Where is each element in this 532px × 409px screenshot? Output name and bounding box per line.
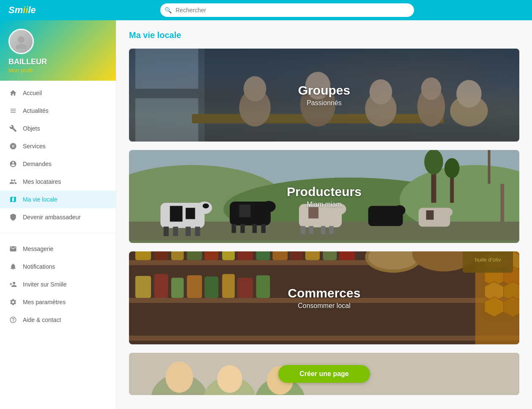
news-icon xyxy=(8,106,18,115)
shield-icon xyxy=(8,213,18,222)
card-content-producteurs: Producteurs Miam miam xyxy=(287,185,362,208)
sidebar-item-label: Accueil xyxy=(23,90,42,96)
sidebar-item-services[interactable]: Services xyxy=(0,137,116,155)
sidebar-item-aide[interactable]: Aide & contact xyxy=(0,311,116,329)
sidebar-item-demandes[interactable]: Demandes xyxy=(0,155,116,173)
card-content-groupes: Groupes Passionnés xyxy=(298,83,350,107)
sidebar-item-label: Demandes xyxy=(23,161,52,167)
profile-link[interactable]: Mon profil xyxy=(8,67,33,74)
avatar-image xyxy=(10,30,33,53)
card-groupes[interactable]: Groupes Passionnés xyxy=(129,49,519,142)
sidebar: BAILLEUR Mon profil Accueil Actualités xyxy=(0,20,116,409)
card-subtitle-commerces: Consommer local xyxy=(288,302,361,310)
create-card[interactable]: Créer une page xyxy=(129,353,519,395)
nav-section-main: Accueil Actualités Objets Services xyxy=(0,81,116,229)
layout: BAILLEUR Mon profil Accueil Actualités xyxy=(0,20,532,409)
question-icon xyxy=(8,315,18,324)
tool-icon xyxy=(8,142,18,151)
sidebar-item-objets[interactable]: Objets xyxy=(0,120,116,137)
sidebar-item-ma-vie-locale[interactable]: Ma vie locale xyxy=(0,191,116,208)
card-title-commerces: Commerces xyxy=(288,286,361,300)
card-title-groupes: Groupes xyxy=(298,83,350,98)
sidebar-item-parametres[interactable]: Mes paramètres xyxy=(0,293,116,311)
bell-icon xyxy=(8,262,18,271)
sidebar-item-label: Notifications xyxy=(23,263,55,270)
nav-divider xyxy=(0,233,116,233)
sidebar-item-label: Aide & contact xyxy=(23,316,61,323)
logo-text: Smiile xyxy=(8,5,36,16)
svg-point-106 xyxy=(165,361,193,393)
sidebar-item-label: Mes paramètres xyxy=(23,299,66,305)
sidebar-item-label: Mes locataires xyxy=(23,178,61,185)
map-icon xyxy=(8,195,18,204)
sidebar-item-actualites[interactable]: Actualités xyxy=(0,102,116,120)
card-subtitle-producteurs: Miam miam xyxy=(287,201,362,208)
card-subtitle-groupes: Passionnés xyxy=(298,99,350,107)
card-producteurs[interactable]: Producteurs Miam miam xyxy=(129,150,519,243)
people-icon xyxy=(8,159,18,169)
sidebar-item-devenir-ambassadeur[interactable]: Devenir ambassadeur xyxy=(0,208,116,226)
sidebar-item-accueil[interactable]: Accueil xyxy=(0,84,116,102)
sidebar-item-label: Devenir ambassadeur xyxy=(23,214,81,221)
topbar: Smiile 🔍 xyxy=(0,0,532,20)
svg-point-1 xyxy=(16,44,27,49)
card-content-commerces: Commerces Consommer local xyxy=(288,286,361,310)
search-icon: 🔍 xyxy=(165,7,172,14)
card-commerces[interactable]: huile d'oliv Commerces Consommer local xyxy=(129,251,519,344)
sidebar-item-mes-locataires[interactable]: Mes locataires xyxy=(0,173,116,191)
person-add-icon xyxy=(8,280,18,289)
avatar[interactable] xyxy=(8,29,34,54)
sidebar-item-label: Actualités xyxy=(23,107,49,114)
search-container: 🔍 xyxy=(160,3,414,17)
sidebar-item-label: Messagerie xyxy=(23,245,53,252)
sidebar-item-notifications[interactable]: Notifications xyxy=(0,258,116,275)
sidebar-item-label: Inviter sur Smiile xyxy=(23,281,66,288)
profile-name: BAILLEUR xyxy=(8,57,107,66)
mail-icon xyxy=(8,244,18,254)
sidebar-item-label: Services xyxy=(23,143,46,150)
sidebar-item-label: Ma vie locale xyxy=(23,196,58,203)
svg-point-0 xyxy=(18,36,25,43)
page-title: Ma vie locale xyxy=(129,30,519,40)
gear-icon xyxy=(8,297,18,307)
sidebar-item-label: Objets xyxy=(23,125,40,132)
svg-point-108 xyxy=(217,365,242,393)
logo[interactable]: Smiile xyxy=(8,5,51,16)
home-icon xyxy=(8,88,18,98)
sidebar-item-inviter[interactable]: Inviter sur Smiile xyxy=(0,275,116,293)
profile-area: BAILLEUR Mon profil xyxy=(0,20,116,81)
card-title-producteurs: Producteurs xyxy=(287,185,362,199)
search-input[interactable] xyxy=(160,3,414,17)
nav-section-bottom: Messagerie Notifications Inviter sur Smi… xyxy=(0,237,116,332)
create-page-button[interactable]: Créer une page xyxy=(278,365,370,383)
group-icon xyxy=(8,177,18,186)
sidebar-item-messagerie[interactable]: Messagerie xyxy=(0,240,116,258)
main-content: Ma vie locale xyxy=(116,20,532,409)
wrench-icon xyxy=(8,124,18,133)
